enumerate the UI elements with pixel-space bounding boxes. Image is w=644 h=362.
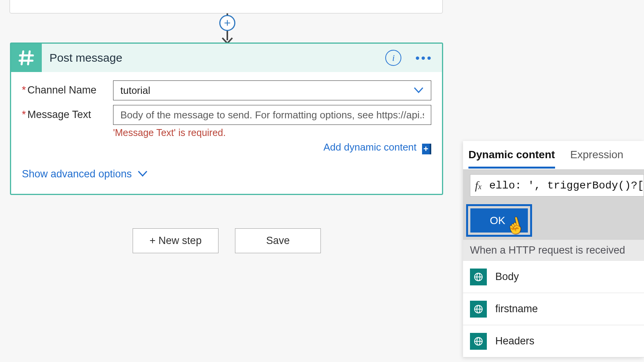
chevron-down-icon: [413, 85, 424, 97]
add-step-plus-button[interactable]: +: [219, 15, 235, 31]
dynamic-item-headers[interactable]: Headers: [463, 325, 644, 357]
expression-text: ello: ', triggerBody()?['f: [489, 180, 644, 192]
more-menu-icon[interactable]: •••: [415, 51, 433, 65]
show-advanced-options-link[interactable]: Show advanced options: [22, 168, 431, 180]
http-icon: [470, 301, 487, 318]
card-title: Post message: [49, 51, 385, 64]
dynamic-item-body[interactable]: Body: [463, 261, 644, 293]
dynamic-content-panel: Dynamic content Expression fx ello: ', t…: [463, 141, 644, 357]
previous-step-card[interactable]: [10, 0, 443, 13]
new-step-button[interactable]: + New step: [133, 228, 219, 253]
message-text-input[interactable]: [120, 109, 424, 121]
dynamic-section-header: When a HTTP request is received: [463, 240, 644, 261]
add-dynamic-plus-icon[interactable]: +: [422, 144, 431, 154]
dynamic-item-firstname[interactable]: firstname: [463, 293, 644, 325]
ok-button-highlight: OK ☝: [466, 204, 532, 237]
info-icon[interactable]: i: [385, 50, 401, 66]
show-advanced-label: Show advanced options: [22, 168, 132, 180]
post-message-card: Post message i ••• *Channel Name tutoria…: [10, 43, 443, 195]
card-header[interactable]: Post message i •••: [11, 44, 442, 72]
message-text-label: *Message Text: [22, 105, 113, 121]
chevron-down-icon: [137, 168, 148, 180]
ok-button[interactable]: OK ☝: [470, 208, 528, 233]
message-text-input-wrapper: [113, 105, 431, 125]
dynamic-item-label: Headers: [495, 335, 534, 347]
http-icon: [470, 269, 487, 285]
svg-line-0: [21, 51, 23, 64]
slack-hash-icon: [11, 44, 42, 72]
message-text-error: 'Message Text' is required.: [113, 127, 431, 138]
dynamic-item-label: Body: [495, 271, 519, 283]
tab-expression[interactable]: Expression: [570, 142, 624, 169]
channel-name-select[interactable]: tutorial: [113, 80, 431, 100]
dynamic-item-label: firstname: [495, 303, 538, 315]
add-dynamic-content-link[interactable]: Add dynamic content: [324, 141, 417, 153]
cursor-hand-icon: ☝: [504, 215, 527, 237]
channel-name-label: *Channel Name: [22, 80, 113, 96]
save-button[interactable]: Save: [235, 228, 321, 253]
fx-icon: fx: [475, 179, 481, 192]
tab-dynamic-content[interactable]: Dynamic content: [468, 142, 555, 169]
svg-line-1: [28, 51, 30, 64]
channel-name-value: tutorial: [120, 85, 413, 97]
http-icon: [470, 333, 487, 350]
expression-input[interactable]: fx ello: ', triggerBody()?['f: [470, 174, 644, 197]
